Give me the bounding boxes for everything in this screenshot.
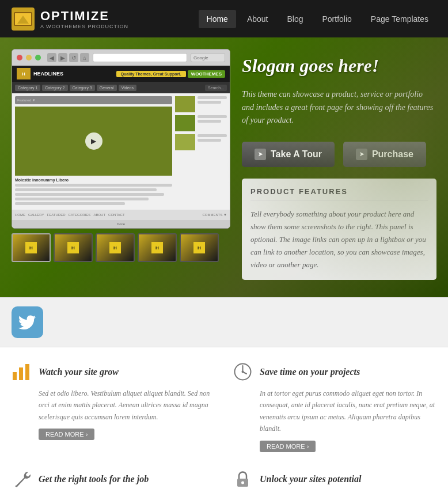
thumb-label: H: [151, 242, 163, 253]
mini-text-line: [15, 188, 157, 191]
thumbnail-item[interactable]: H: [12, 233, 51, 262]
hero-buttons: ➤ Take A Tour ➤ Purchase: [242, 142, 436, 167]
feature-block-watch-grow: Watch your site grow Sed et odio libero.…: [12, 362, 215, 452]
mini-thumb: [175, 134, 195, 150]
thumb-label: H: [25, 242, 37, 253]
thumbnail-item[interactable]: H: [180, 233, 219, 262]
mini-text-line: [15, 184, 172, 187]
back-arrow-icon[interactable]: ◀: [47, 53, 56, 62]
nav-home[interactable]: Home: [199, 10, 236, 28]
take-tour-button[interactable]: ➤ Take A Tour: [242, 142, 335, 167]
features-title: PRODUCT FEATURES: [250, 187, 428, 201]
svg-rect-5: [19, 367, 23, 380]
logo-icon: [12, 7, 35, 31]
hero-text: Slogan goes here! This theme can showcas…: [242, 49, 436, 286]
mini-tab: CONTACT: [108, 213, 125, 217]
thumb-label: H: [67, 242, 79, 253]
mini-text: [198, 96, 227, 99]
feature-block-right-tools: Get the right tools for the job In at to…: [12, 469, 215, 489]
mini-nav-btn: Category 1: [15, 85, 40, 91]
mini-thumb: [175, 115, 195, 131]
lock-icon: [233, 469, 253, 489]
mini-text: [198, 120, 221, 123]
purchase-label: Purchase: [372, 149, 413, 160]
mini-tab: CATEGORIES: [68, 213, 90, 217]
mini-logo-box: H: [17, 68, 31, 79]
logo-text: OPTIMIZE A WOOTHEMES PRODUCTION: [40, 9, 128, 29]
address-bar[interactable]: [93, 53, 187, 62]
thumbnail-item[interactable]: H: [96, 233, 135, 262]
feature-block-save-time: Save time on your projects In at tortor …: [233, 362, 436, 452]
read-more-button[interactable]: READ MORE ›: [39, 429, 94, 440]
hero-description: This theme can showcase a product, servi…: [242, 88, 436, 127]
forward-arrow-icon[interactable]: ▶: [58, 53, 67, 62]
mini-nav-btn: Category 2: [42, 85, 67, 91]
nav-about[interactable]: About: [239, 10, 276, 28]
read-more-button[interactable]: READ MORE ›: [260, 441, 316, 452]
thumbnails-row: H H H H H: [12, 233, 230, 262]
twitter-bird-icon: [17, 312, 37, 332]
mini-text: [198, 134, 227, 137]
mini-header-right: Quality Themes, Great Support. WOOTHEMES: [116, 70, 225, 78]
mini-text: [198, 115, 227, 118]
tour-label: Take A Tour: [271, 149, 322, 160]
mini-site-header: H HEADLINES Quality Themes, Great Suppor…: [12, 66, 230, 82]
feature-title: Watch your site grow: [39, 367, 119, 377]
thumb-bg: H: [97, 234, 134, 261]
feature-title: Save time on your projects: [260, 367, 360, 377]
mini-text-line: [15, 198, 149, 200]
feature-title: Unlock your sites potential: [260, 474, 361, 484]
browser-close-btn: [17, 55, 22, 60]
feature-block-unlock-potential: Unlock your sites potential In at tortor…: [233, 469, 436, 489]
reload-icon[interactable]: ↺: [69, 53, 78, 62]
mini-content: Featured ▼ ▶ Molestie innonummy Libero: [12, 93, 230, 210]
feature-header: Watch your site grow: [12, 362, 215, 382]
features-section: PRODUCT FEATURES Tell everybody somethin…: [242, 179, 436, 280]
nav-blog[interactable]: Blog: [279, 10, 311, 28]
feature-desc: In at tortor eget purus commodo aliquet …: [233, 388, 436, 435]
thumb-bg: H: [13, 234, 50, 261]
screenshot-panel: ◀ ▶ ↺ ⌂ Google H HEADLINES Quality Theme…: [12, 49, 230, 286]
feature-header: Unlock your sites potential: [233, 469, 436, 489]
home-icon[interactable]: ⌂: [80, 53, 89, 62]
logo-area: OPTIMIZE A WOOTHEMES PRODUCTION: [12, 7, 128, 31]
wrench-icon: [12, 469, 32, 489]
thumb-bg: H: [139, 234, 176, 261]
twitter-icon: [12, 306, 43, 338]
feature-desc: Sed et odio libero. Vestibulum aliquet a…: [12, 388, 215, 423]
features-text: Tell everybody something about your prod…: [250, 208, 428, 271]
browser-maximize-btn: [35, 55, 41, 60]
nav-portfolio[interactable]: Portfolio: [314, 10, 360, 28]
mini-sidebar: [175, 96, 227, 207]
mini-thumb-text: [198, 115, 227, 131]
main-nav: Home About Blog Portfolio Page Templates: [199, 10, 436, 28]
mini-tab: HOME: [15, 213, 25, 217]
mini-thumb-text: [198, 134, 227, 150]
mini-text: [198, 101, 221, 104]
feature-title: Get the right tools for the job: [39, 474, 149, 484]
mini-breadcrumb: Featured ▼: [15, 96, 172, 104]
mini-search-box: Search...: [205, 85, 227, 91]
thumb-label: H: [193, 242, 205, 253]
mini-nav-btn: Category 3: [70, 85, 95, 91]
svg-rect-4: [13, 372, 17, 380]
browser-mock: ◀ ▶ ↺ ⌂ Google H HEADLINES Quality Theme…: [12, 49, 230, 229]
search-box[interactable]: Google: [191, 53, 225, 62]
mini-breadcrumb-text: Featured ▼: [17, 98, 36, 102]
feature-header: Save time on your projects: [233, 362, 436, 382]
mini-bottom-bar: HOME GALLERY FEATURED CATEGORIES ABOUT C…: [12, 210, 230, 220]
mini-text: [198, 139, 221, 142]
mini-featured-image: ▶: [15, 107, 172, 176]
mini-tab: ABOUT: [93, 213, 105, 217]
thumbnail-item[interactable]: H: [138, 233, 177, 262]
mini-sidebar-item: [175, 134, 227, 150]
mini-site-title: HEADLINES: [33, 71, 63, 77]
purchase-button[interactable]: ➤ Purchase: [343, 142, 426, 167]
mini-thumb-text: [198, 96, 227, 112]
mini-sidebar-item: [175, 115, 227, 131]
twitter-section: [0, 297, 448, 347]
thumbnail-item[interactable]: H: [54, 233, 93, 262]
mini-nav-btn: General: [97, 85, 117, 91]
nav-page-templates[interactable]: Page Templates: [363, 10, 436, 28]
browser-content: H HEADLINES Quality Themes, Great Suppor…: [12, 66, 230, 228]
